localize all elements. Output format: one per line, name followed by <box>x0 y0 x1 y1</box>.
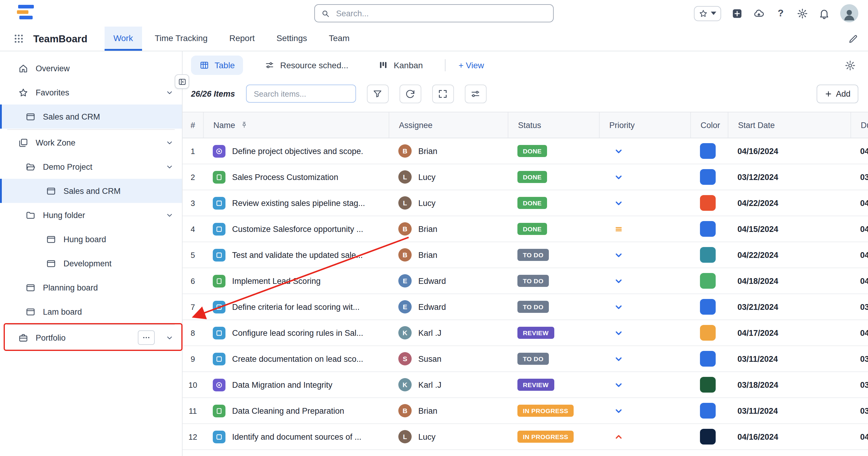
sidebar-item-hung-board[interactable]: Hung board <box>0 227 182 251</box>
assignee-cell[interactable]: E Edward <box>389 268 508 294</box>
due-date-cell[interactable]: 04 <box>850 190 868 216</box>
priority-down-icon[interactable] <box>614 172 624 182</box>
start-date-cell[interactable]: 03/12/2024 <box>728 164 850 190</box>
priority-down-icon[interactable] <box>614 146 624 156</box>
color-chip[interactable] <box>700 143 716 159</box>
status-cell[interactable]: IN PROGRESS <box>508 398 599 423</box>
assignee-cell[interactable]: L Lucy <box>389 164 508 190</box>
start-date-cell[interactable]: 03/21/2024 <box>728 294 850 320</box>
assignee-cell[interactable]: B Brian <box>389 138 508 164</box>
start-date-cell[interactable]: 03/11/2024 <box>728 398 850 423</box>
start-date-cell[interactable]: 04/17/2024 <box>728 320 850 346</box>
pin-icon[interactable] <box>240 121 248 129</box>
name-cell[interactable]: Implement Lead Scoring <box>203 268 389 294</box>
assignee-cell[interactable]: L Lucy <box>389 190 508 216</box>
items-search[interactable] <box>246 85 356 103</box>
color-cell[interactable] <box>690 138 728 164</box>
favorites-menu-button[interactable] <box>694 6 721 21</box>
color-cell[interactable] <box>690 216 728 241</box>
status-cell[interactable]: DONE <box>508 190 599 216</box>
status-badge[interactable]: DONE <box>518 223 547 235</box>
chevron-down-icon[interactable] <box>166 163 174 171</box>
status-badge[interactable]: IN PROGRESS <box>518 431 574 443</box>
status-cell[interactable]: IN PROGRESS <box>508 424 599 449</box>
due-date-cell[interactable]: 03 <box>850 372 868 397</box>
chevron-down-icon[interactable] <box>166 89 174 96</box>
status-badge[interactable]: IN PROGRESS <box>518 405 574 417</box>
start-date-cell[interactable]: 04/18/2024 <box>728 268 850 294</box>
priority-down-icon[interactable] <box>614 276 624 286</box>
status-cell[interactable]: TO DO <box>508 346 599 371</box>
table-row[interactable]: 9 Create documentation on lead sco... S … <box>183 346 868 372</box>
sidebar-item-favorites[interactable]: Favorites <box>0 80 182 104</box>
assignee-cell[interactable]: B Brian <box>389 242 508 267</box>
due-date-cell[interactable]: 04 <box>850 320 868 346</box>
color-chip[interactable] <box>700 325 716 340</box>
due-date-cell[interactable]: 04 <box>850 242 868 267</box>
notifications-button[interactable] <box>818 7 830 19</box>
priority-cell[interactable] <box>599 268 690 294</box>
color-cell[interactable] <box>690 190 728 216</box>
priority-cell[interactable] <box>599 320 690 346</box>
name-cell[interactable]: Identify and document sources of ... <box>203 424 389 449</box>
add-view-button[interactable]: + View <box>459 60 484 70</box>
color-chip[interactable] <box>700 195 716 211</box>
nav-tab-settings[interactable]: Settings <box>268 27 316 51</box>
assignee-cell[interactable]: E Edward <box>389 294 508 320</box>
due-date-cell[interactable]: 04 <box>850 138 868 164</box>
edit-button[interactable] <box>848 34 858 44</box>
name-cell[interactable]: Test and validate the updated sale... <box>203 242 389 267</box>
sidebar-item-overview[interactable]: Overview <box>0 56 182 80</box>
priority-medium-icon[interactable] <box>614 224 624 234</box>
due-date-cell[interactable]: 03 <box>850 346 868 371</box>
status-cell[interactable]: TO DO <box>508 294 599 320</box>
color-chip[interactable] <box>700 247 716 263</box>
due-date-cell[interactable]: 03 <box>850 164 868 190</box>
start-date-cell[interactable]: 03/18/2024 <box>728 372 850 397</box>
name-cell[interactable]: Define criteria for lead scoring wit... <box>203 294 389 320</box>
table-row[interactable]: 4 Customize Salesforce opportunity ... B… <box>183 216 868 242</box>
help-button[interactable]: ? <box>775 7 786 19</box>
color-cell[interactable] <box>690 424 728 449</box>
priority-cell[interactable] <box>599 164 690 190</box>
sidebar-item-portfolio[interactable]: Portfolio <box>0 326 182 350</box>
table-row[interactable]: 1 Define project objectives and scope. B… <box>183 138 868 164</box>
priority-cell[interactable] <box>599 216 690 241</box>
table-row[interactable]: 3 Review existing sales pipeline stag...… <box>183 190 868 216</box>
status-badge[interactable]: TO DO <box>518 301 549 313</box>
color-chip[interactable] <box>700 377 716 393</box>
chevron-down-icon[interactable] <box>166 211 174 219</box>
start-date-cell[interactable]: 04/22/2024 <box>728 242 850 267</box>
sidebar-item-work-zone[interactable]: Work Zone <box>0 130 182 155</box>
chevron-down-icon[interactable] <box>166 334 174 341</box>
priority-cell[interactable] <box>599 242 690 267</box>
assignee-cell[interactable]: S Susan <box>389 346 508 371</box>
view-tab-kanban[interactable]: Kanban <box>370 56 432 75</box>
status-cell[interactable]: REVIEW <box>508 320 599 346</box>
name-cell[interactable]: Data Cleaning and Preparation <box>203 398 389 423</box>
settings-button[interactable] <box>797 7 808 19</box>
column-header-assignee[interactable]: Assignee <box>389 112 508 138</box>
priority-cell[interactable] <box>599 294 690 320</box>
nav-tab-work[interactable]: Work <box>104 27 142 51</box>
table-row[interactable]: 5 Test and validate the updated sale... … <box>183 242 868 268</box>
priority-down-icon[interactable] <box>614 354 624 364</box>
color-chip[interactable] <box>700 403 716 419</box>
assignee-cell[interactable]: B Brian <box>389 398 508 423</box>
assignee-cell[interactable]: K Karl .J <box>389 320 508 346</box>
profile-avatar[interactable] <box>840 4 858 22</box>
priority-down-icon[interactable] <box>614 380 624 390</box>
quick-add-button[interactable] <box>732 7 743 19</box>
priority-cell[interactable] <box>599 398 690 423</box>
nav-tab-report[interactable]: Report <box>220 27 264 51</box>
priority-down-icon[interactable] <box>614 302 624 312</box>
fullscreen-button[interactable] <box>432 84 454 103</box>
name-cell[interactable]: Configure lead scoring rules in Sal... <box>203 320 389 346</box>
name-cell[interactable]: Sales Process Customization <box>203 164 389 190</box>
sidebar-item-sales-and-crm[interactable]: Sales and CRM <box>0 104 182 129</box>
sidebar-item-hung-folder[interactable]: Hung folder <box>0 203 182 227</box>
color-cell[interactable] <box>690 268 728 294</box>
color-cell[interactable] <box>690 372 728 397</box>
color-cell[interactable] <box>690 320 728 346</box>
color-chip[interactable] <box>700 221 716 237</box>
